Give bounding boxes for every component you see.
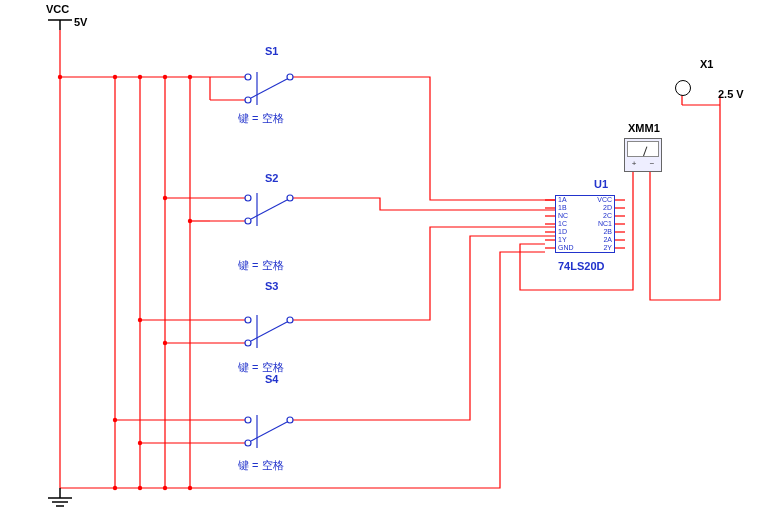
ic-pin-row: 1Y2A: [556, 236, 614, 244]
svg-point-31: [287, 74, 293, 80]
svg-point-46: [287, 417, 293, 423]
svg-point-19: [58, 75, 62, 79]
ic-pin-row: NC2C: [556, 212, 614, 220]
minus-icon: −: [650, 159, 655, 168]
switch-s1-key: 键 = 空格: [238, 111, 284, 126]
switch-s4-key: 键 = 空格: [238, 458, 284, 473]
switch-s4-label: S4: [265, 373, 278, 385]
ic-pin-row: GND2Y: [556, 244, 614, 252]
svg-point-20: [113, 486, 117, 490]
switch-s1-label: S1: [265, 45, 278, 57]
needle-icon: [643, 146, 647, 156]
ic-pin-left: 1A: [558, 196, 567, 204]
svg-point-40: [245, 317, 251, 323]
ic-pin-right: NC1: [598, 220, 612, 228]
vcc-label: VCC: [46, 3, 69, 15]
ic-ref: U1: [594, 178, 608, 190]
ic-pin-row: 1AVCC: [556, 196, 614, 204]
ic-pin-right: 2C: [603, 212, 612, 220]
svg-point-27: [188, 219, 192, 223]
svg-point-45: [245, 417, 251, 423]
svg-point-32: [245, 97, 251, 103]
svg-point-36: [287, 195, 293, 201]
vcc-value: 5V: [74, 16, 87, 28]
switch-s2-key: 键 = 空格: [238, 258, 284, 273]
ic-pin-right: 2Y: [603, 244, 612, 252]
schematic-canvas: [0, 0, 772, 509]
ic-pin-row: 1B2D: [556, 204, 614, 212]
svg-point-41: [287, 317, 293, 323]
ic-pin-row: 1CNC1: [556, 220, 614, 228]
meter-ref: XMM1: [628, 122, 660, 134]
vcc-symbol: [48, 20, 72, 30]
ic-pin-left: 1B: [558, 204, 567, 212]
ic-pin-row: 1D2B: [556, 228, 614, 236]
svg-point-15: [113, 75, 117, 79]
ground-symbol: [48, 488, 72, 506]
ic-pin-right: 2A: [603, 236, 612, 244]
ic-pin-right: VCC: [597, 196, 612, 204]
ic-pin-right: 2B: [603, 228, 612, 236]
svg-point-24: [163, 196, 167, 200]
svg-point-17: [163, 75, 167, 79]
switch-s2-label: S2: [265, 172, 278, 184]
svg-point-37: [245, 218, 251, 224]
svg-point-35: [245, 195, 251, 201]
svg-point-22: [163, 486, 167, 490]
svg-point-23: [188, 486, 192, 490]
svg-point-30: [245, 74, 251, 80]
svg-point-16: [138, 75, 142, 79]
svg-point-26: [113, 418, 117, 422]
ic-pin-right: 2D: [603, 204, 612, 212]
switch-s3-label: S3: [265, 280, 278, 292]
ic-pin-left: NC: [558, 212, 568, 220]
svg-point-18: [188, 75, 192, 79]
svg-point-42: [245, 340, 251, 346]
plus-icon: +: [632, 159, 637, 168]
ic-pin-left: GND: [558, 244, 574, 252]
probe-reading: 2.5 V: [718, 88, 744, 100]
junction-dots: [58, 75, 192, 490]
wire-net: [60, 30, 720, 488]
svg-point-29: [138, 441, 142, 445]
ic-part: 74LS20D: [558, 260, 604, 272]
probe-ref: X1: [700, 58, 713, 70]
ic-pin-left: 1Y: [558, 236, 567, 244]
multimeter-xmm1[interactable]: +−: [624, 138, 662, 172]
svg-point-28: [163, 341, 167, 345]
ic-pin-left: 1D: [558, 228, 567, 236]
ic-pin-left: 1C: [558, 220, 567, 228]
meter-display: [627, 141, 659, 157]
svg-point-47: [245, 440, 251, 446]
ic-74ls20d[interactable]: 1AVCC1B2DNC2C1CNC11D2B1Y2AGND2Y: [555, 195, 615, 253]
svg-point-25: [138, 318, 142, 322]
svg-point-21: [138, 486, 142, 490]
probe-x1[interactable]: [675, 80, 691, 96]
